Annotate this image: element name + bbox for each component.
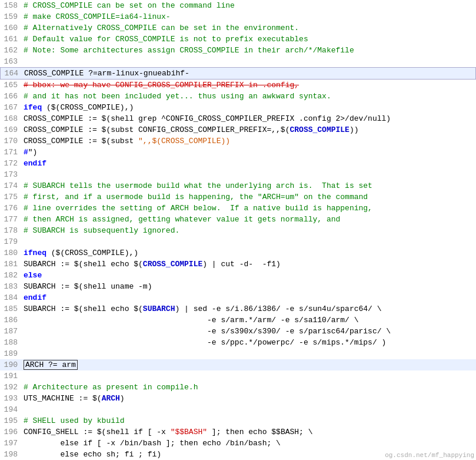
line-text: # line overrides the setting of ARCH bel… — [22, 203, 476, 214]
line-number: 173 — [0, 169, 22, 180]
line-number: 198 — [0, 449, 22, 460]
code-line: 169CROSS_COMPILE := $(subst CONFIG_CROSS… — [0, 124, 476, 135]
line-number: 164 — [1, 68, 23, 79]
line-number: 167 — [0, 102, 22, 113]
code-line: 162# Note: Some architectures assign CRO… — [0, 45, 476, 56]
code-line: 182else — [0, 270, 476, 281]
code-line: 181SUBARCH := $(shell echo $(CROSS_COMPI… — [0, 259, 476, 270]
code-line: 164CROSS_COMPILE ?=arm-linux-gnueabihf- — [0, 67, 476, 80]
line-text: endif — [22, 292, 476, 303]
line-number: 166 — [0, 91, 22, 102]
line-text: CROSS_COMPILE := $(shell grep ^CONFIG_CR… — [22, 113, 476, 124]
line-number: 182 — [0, 270, 22, 281]
line-number: 170 — [0, 135, 22, 147]
code-line: 161# Default value for CROSS_COMPILE is … — [0, 34, 476, 45]
line-text: # Note: Some architectures assign CROSS_… — [22, 45, 476, 56]
code-line: 173 — [0, 169, 476, 180]
line-number: 172 — [0, 158, 22, 169]
line-text: # bbox: we may have CONFIG_CROSS_COMPILE… — [22, 80, 476, 91]
line-text: #") — [22, 147, 476, 158]
code-line: 183SUBARCH := $(shell uname -m) — [0, 281, 476, 292]
line-number: 190 — [0, 359, 22, 370]
code-line: 180ifneq ($(CROSS_COMPILE),) — [0, 247, 476, 259]
line-text: else if [ -x /bin/bash ]; then echo /bin… — [22, 438, 476, 449]
code-line: 193UTS_MACHINE := $(ARCH) — [0, 393, 476, 404]
code-line: 175# first, and if a usermode build is h… — [0, 191, 476, 203]
line-number: 168 — [0, 113, 22, 124]
line-number: 177 — [0, 214, 22, 225]
line-number: 169 — [0, 124, 22, 135]
line-text: CONFIG_SHELL := $(shell if [ -x "$$BASH"… — [22, 426, 476, 438]
line-number: 196 — [0, 426, 22, 438]
code-line: 189 — [0, 348, 476, 359]
line-number: 188 — [0, 337, 22, 348]
line-number: 171 — [0, 147, 22, 158]
code-line: 196CONFIG_SHELL := $(shell if [ -x "$$BA… — [0, 426, 476, 438]
code-line: 188 -e s/ppc.*/powerpc/ -e s/mips.*/mips… — [0, 337, 476, 348]
line-text: ifneq ($(CROSS_COMPILE),) — [22, 247, 476, 259]
line-number: 189 — [0, 348, 22, 359]
watermark-text: og.csdn.net/mf_happying — [383, 452, 476, 459]
code-line: 184endif — [0, 292, 476, 303]
line-text: -e s/ppc.*/powerpc/ -e s/mips.*/mips/ ) — [22, 337, 476, 348]
line-number: 165 — [0, 80, 22, 91]
line-text: # Alternatively CROSS_COMPILE can be set… — [22, 22, 476, 34]
line-text: # make CROSS_COMPILE=ia64-linux- — [22, 11, 476, 22]
code-line: 165# bbox: we may have CONFIG_CROSS_COMP… — [0, 80, 476, 91]
line-text: # SUBARCH is subsequently ignored. — [22, 225, 476, 236]
code-line: 170CROSS_COMPILE := $(subst ",,$(CROSS_C… — [0, 135, 476, 147]
line-text: # then ARCH is assigned, getting whateve… — [22, 214, 476, 225]
code-line: 158# CROSS_COMPILE can be set on the com… — [0, 0, 476, 11]
code-line: 179 — [0, 236, 476, 247]
line-number: 176 — [0, 203, 22, 214]
line-text: CROSS_COMPILE ?=arm-linux-gnueabihf- — [23, 68, 475, 79]
code-line: 197 else if [ -x /bin/bash ]; then echo … — [0, 438, 476, 449]
line-text: SUBARCH := $(shell uname -m) — [22, 281, 476, 292]
line-number: 159 — [0, 11, 22, 22]
code-line: 187 -e s/s390x/s390/ -e s/parisc64/paris… — [0, 326, 476, 337]
line-text: ifeq ($(CROSS_COMPILE),) — [22, 102, 476, 113]
line-number: 195 — [0, 415, 22, 426]
line-number: 175 — [0, 191, 22, 203]
code-line: 160# Alternatively CROSS_COMPILE can be … — [0, 22, 476, 34]
line-number: 162 — [0, 45, 22, 56]
line-number: 185 — [0, 303, 22, 315]
line-text: # CROSS_COMPILE can be set on the comman… — [22, 0, 476, 11]
line-number: 191 — [0, 370, 22, 382]
code-line: 185SUBARCH := $(shell echo $(SUBARCH) | … — [0, 303, 476, 315]
line-number: 183 — [0, 281, 22, 292]
line-text: CROSS_COMPILE := $(subst CONFIG_CROSS_CO… — [22, 124, 476, 135]
code-line: 191 — [0, 370, 476, 382]
line-text: -e s/arm.*/arm/ -e s/sa110/arm/ \ — [22, 315, 476, 326]
line-text: -e s/s390x/s390/ -e s/parisc64/parisc/ \ — [22, 326, 476, 337]
line-number: 192 — [0, 382, 22, 393]
code-line: 163 — [0, 56, 476, 67]
line-number: 179 — [0, 236, 22, 247]
code-line: 192# Architecture as present in compile.… — [0, 382, 476, 393]
line-text: # SHELL used by kbuild — [22, 415, 476, 426]
code-line: 168CROSS_COMPILE := $(shell grep ^CONFIG… — [0, 113, 476, 124]
code-line: 176# line overrides the setting of ARCH … — [0, 203, 476, 214]
line-number: 161 — [0, 34, 22, 45]
line-text: SUBARCH := $(shell echo $(SUBARCH) | sed… — [22, 303, 476, 315]
code-line: 186 -e s/arm.*/arm/ -e s/sa110/arm/ \ — [0, 315, 476, 326]
line-text: # and it has not been included yet... th… — [22, 91, 476, 102]
code-line: 159# make CROSS_COMPILE=ia64-linux- — [0, 11, 476, 22]
code-line: 190ARCH ?= arm — [0, 359, 476, 370]
line-text: CROSS_COMPILE := $(subst ",,$(CROSS_COMP… — [22, 135, 476, 147]
line-number: 184 — [0, 292, 22, 303]
code-line: 167ifeq ($(CROSS_COMPILE),) — [0, 102, 476, 113]
line-number: 160 — [0, 22, 22, 34]
code-content: 158# CROSS_COMPILE can be set on the com… — [0, 0, 476, 460]
line-number: 186 — [0, 315, 22, 326]
line-text: # Architecture as present in compile.h — [22, 382, 476, 393]
line-number: 180 — [0, 247, 22, 259]
line-text: ARCH ?= arm — [22, 359, 476, 370]
line-text: else — [22, 270, 476, 281]
code-line: 171#") — [0, 147, 476, 158]
code-line: 178# SUBARCH is subsequently ignored. — [0, 225, 476, 236]
line-number: 187 — [0, 326, 22, 337]
line-text: # SUBARCH tells the usermode build what … — [22, 180, 476, 191]
line-number: 158 — [0, 0, 22, 11]
line-text: endif — [22, 158, 476, 169]
